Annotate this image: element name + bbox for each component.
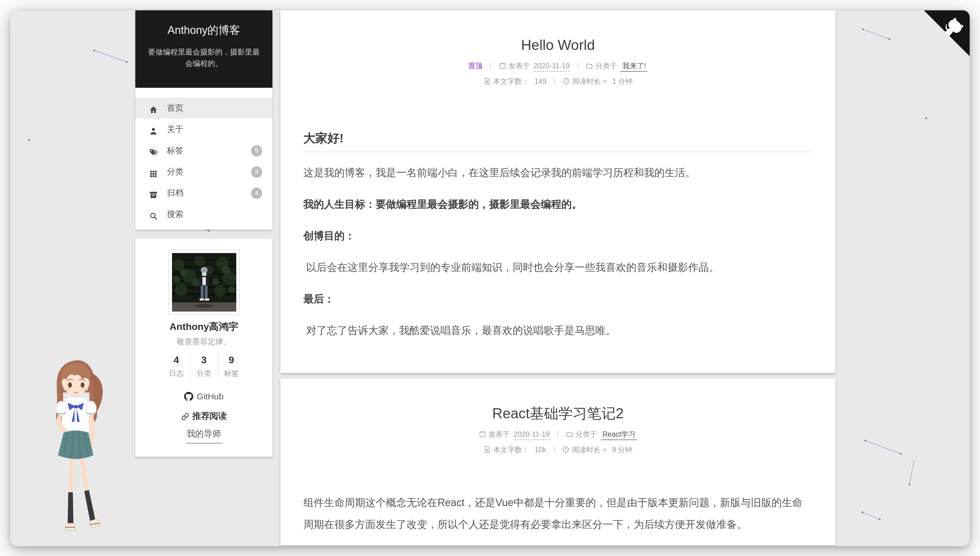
avatar[interactable] xyxy=(168,250,239,315)
profile-stat[interactable]: 3 分类 xyxy=(190,354,217,380)
home-icon xyxy=(149,105,158,114)
post-meta: 置顶 发表于 2020-11-19 分类于 我来了! xyxy=(280,60,835,72)
post-paragraph: 最后： xyxy=(303,288,812,310)
archive-icon xyxy=(149,190,158,199)
count-badge: 9 xyxy=(251,145,262,156)
document-icon xyxy=(484,78,491,85)
tags-icon xyxy=(149,148,158,156)
count-badge: 4 xyxy=(251,187,262,199)
sidebar-nav-item[interactable]: 标签 9 xyxy=(135,140,272,161)
sidebar-nav-label: 首页 xyxy=(167,103,184,113)
stat-value: 3 xyxy=(190,354,217,367)
post-date[interactable]: 2020-11-19 xyxy=(514,430,550,440)
site-title: Anthony的博客 xyxy=(135,10,272,39)
sidebar-nav-label: 标签 xyxy=(167,146,184,155)
calendar-icon xyxy=(479,430,486,438)
post-paragraph: 对了忘了告诉大家，我酷爱说唱音乐，最喜欢的说唱歌手是马思唯。 xyxy=(303,320,812,341)
clock-icon xyxy=(562,446,570,453)
wordcount-value: 10k xyxy=(535,446,546,454)
avatar-photo xyxy=(172,253,236,312)
folder-icon xyxy=(586,62,593,70)
post-paragraph: 创博目的： xyxy=(303,225,812,247)
post-card-hello-world: Hello World 置顶 发表于 2020-11-19 分类于 我来了! 本… xyxy=(280,10,835,373)
sidebar-nav-item[interactable]: 搜索 xyxy=(135,204,272,225)
github-icon xyxy=(184,392,193,401)
post-paragraph: 组件生命周期这个概念无论在React，还是Vue中都是十分重要的，但是由于版本更… xyxy=(303,492,812,535)
anime-girl-illustration xyxy=(40,357,113,539)
grid-icon xyxy=(149,169,158,178)
sidebar-nav-label: 归档 xyxy=(167,188,184,197)
post-heading: 大家好! xyxy=(303,130,812,152)
stat-value: 9 xyxy=(218,354,245,367)
folder-icon xyxy=(566,430,573,438)
document-icon xyxy=(484,446,491,453)
sidebar-nav-item[interactable]: 归档 4 xyxy=(135,183,272,204)
sidebar-nav-label: 搜索 xyxy=(167,209,184,218)
mentor-link[interactable]: 我的导师 xyxy=(135,426,272,443)
screen: Anthony的博客 要做编程里最会摄影的，摄影里最会编程的。 xyxy=(0,0,980,556)
post-category-link[interactable]: 我来了! xyxy=(621,62,648,72)
readtime-value: 1 分钟 xyxy=(612,78,632,86)
post-date[interactable]: 2020-11-19 xyxy=(534,62,570,72)
stat-label: 日志 xyxy=(163,367,190,380)
post-title[interactable]: Hello World xyxy=(280,10,835,56)
github-corner-octocat-icon xyxy=(924,10,970,56)
recommended-reading-link[interactable]: 推荐阅读 xyxy=(135,409,272,423)
post-meta-counts: 本文字数： 149 阅读时长 ≈ 1 分钟 xyxy=(280,75,835,88)
post-body: 组件生命周期这个概念无论在React，还是Vue中都是十分重要的，但是由于版本更… xyxy=(280,492,835,535)
readtime-value: 9 分钟 xyxy=(612,446,632,454)
post-paragraph: 以后会在这里分享我学习到的专业前端知识，同时也会分享一些我喜欢的音乐和摄影作品。 xyxy=(303,257,812,278)
post-meta-counts: 本文字数： 10k 阅读时长 ≈ 9 分钟 xyxy=(280,443,835,456)
profile-name: Anthony高鸿宇 xyxy=(135,319,272,335)
post-card-react-notes: React基础学习笔记2 发表于 2020-11-19 分类于 React学习 … xyxy=(280,379,835,545)
wordcount-value: 149 xyxy=(534,78,546,86)
search-icon xyxy=(149,212,158,220)
sidebar-nav-item[interactable]: 分类 3 xyxy=(135,161,272,183)
post-paragraph: 我的人生目标：要做编程里最会摄影的，摄影里最会编程的。 xyxy=(303,193,812,215)
sidebar-nav-label: 关于 xyxy=(167,124,184,134)
site-subtitle: 要做编程里最会摄影的，摄影里最会编程的。 xyxy=(146,47,262,70)
post-body: 大家好! 这是我的博客，我是一名前端小白，在这里后续会记录我的前端学习历程和我的… xyxy=(280,130,835,341)
sidebar: Anthony的博客 要做编程里最会摄影的，摄影里最会编程的。 xyxy=(135,10,272,88)
page: Anthony的博客 要做编程里最会摄影的，摄影里最会编程的。 xyxy=(10,10,970,546)
sidebar-nav-label: 分类 xyxy=(167,167,184,176)
user-icon xyxy=(149,126,158,135)
github-link[interactable]: GitHub xyxy=(135,389,272,404)
sidebar-nav-item[interactable]: 首页 xyxy=(135,97,272,119)
calendar-icon xyxy=(499,62,506,70)
profile-card: Anthony高鸿宇 敬畏墨菲定律。 4 日志 3 分类 xyxy=(135,239,272,457)
profile-stat[interactable]: 9 标签 xyxy=(217,354,245,380)
stat-value: 4 xyxy=(163,354,190,367)
post-paragraph: 这是我的博客，我是一名前端小白，在这里后续会记录我的前端学习历程和我的生活。 xyxy=(303,162,812,184)
sidebar-nav-item[interactable]: 关于 xyxy=(135,119,272,140)
post-title[interactable]: React基础学习笔记2 xyxy=(280,379,835,425)
profile-motto: 敬畏墨菲定律。 xyxy=(135,335,272,349)
count-badge: 3 xyxy=(251,166,262,177)
site-nav: 首页 关于 xyxy=(135,88,272,230)
profile-stats: 4 日志 3 分类 9 标签 xyxy=(135,354,272,380)
stat-label: 分类 xyxy=(190,367,217,380)
clock-icon xyxy=(563,78,570,85)
stat-label: 标签 xyxy=(218,367,245,380)
site-header: Anthony的博客 要做编程里最会摄影的，摄影里最会编程的。 xyxy=(135,10,272,88)
github-corner-ribbon[interactable] xyxy=(924,10,970,56)
post-category-link[interactable]: React学习 xyxy=(601,430,637,440)
pinned-label[interactable]: 置顶 xyxy=(468,62,482,70)
profile-stat[interactable]: 4 日志 xyxy=(163,354,190,380)
post-meta: 发表于 2020-11-19 分类于 React学习 xyxy=(280,428,835,441)
link-icon xyxy=(181,412,189,420)
live2d-mascot[interactable] xyxy=(40,357,113,539)
